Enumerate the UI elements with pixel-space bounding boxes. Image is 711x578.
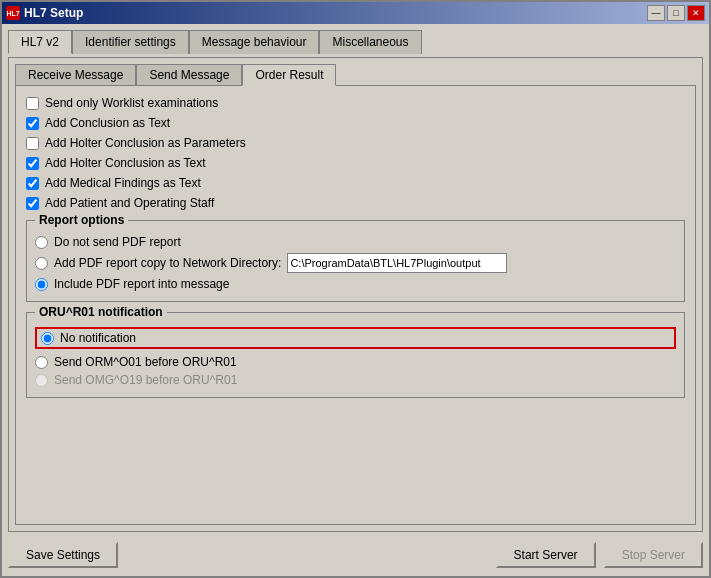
radio-row-send-orm: Send ORM^O01 before ORU^R01	[35, 353, 676, 371]
maximize-button[interactable]: □	[667, 5, 685, 21]
radio-row-add-pdf-network: Add PDF report copy to Network Directory…	[35, 251, 676, 275]
checkbox-label-send-worklist: Send only Worklist examinations	[45, 96, 218, 110]
title-bar: HL7 HL7 Setup — □ ✕	[2, 2, 709, 24]
radio-label-send-omg: Send OMG^O19 before ORU^R01	[54, 373, 237, 387]
checkbox-row-6: Add Patient and Operating Staff	[26, 196, 685, 210]
inner-tabs: Receive Message Send Message Order Resul…	[15, 64, 696, 86]
close-button[interactable]: ✕	[687, 5, 705, 21]
checkbox-label-holter-text: Add Holter Conclusion as Text	[45, 156, 206, 170]
radio-row-include-pdf: Include PDF report into message	[35, 275, 676, 293]
app-icon: HL7	[6, 6, 20, 20]
radio-row-no-notification: No notification	[35, 327, 676, 349]
tab-identifier[interactable]: Identifier settings	[72, 30, 189, 54]
checkbox-row-1: Send only Worklist examinations	[26, 96, 685, 110]
radio-row-no-pdf: Do not send PDF report	[35, 233, 676, 251]
radio-label-no-notification: No notification	[60, 331, 136, 345]
checkbox-add-holter-text[interactable]	[26, 157, 39, 170]
checkbox-send-worklist[interactable]	[26, 97, 39, 110]
radio-label-send-orm: Send ORM^O01 before ORU^R01	[54, 355, 237, 369]
stop-server-button[interactable]: Stop Server	[604, 542, 703, 568]
window-body: HL7 v2 Identifier settings Message behav…	[2, 24, 709, 576]
checkbox-row-5: Add Medical Findings as Text	[26, 176, 685, 190]
tab-receive[interactable]: Receive Message	[15, 64, 136, 86]
radio-row-send-omg: Send OMG^O19 before ORU^R01	[35, 371, 676, 389]
checkbox-row-4: Add Holter Conclusion as Text	[26, 156, 685, 170]
radio-label-include-pdf: Include PDF report into message	[54, 277, 229, 291]
checkbox-add-medical-findings[interactable]	[26, 177, 39, 190]
report-options-group: Report options Do not send PDF report Ad…	[26, 220, 685, 302]
radio-send-omg[interactable]	[35, 374, 48, 387]
radio-send-orm[interactable]	[35, 356, 48, 369]
window-title: HL7 Setup	[24, 6, 83, 20]
oru-notification-title: ORU^R01 notification	[35, 305, 167, 319]
inner-tab-content: Send only Worklist examinations Add Conc…	[15, 85, 696, 525]
footer: Save Settings Start Server Stop Server	[8, 536, 703, 570]
checkbox-add-patient-staff[interactable]	[26, 197, 39, 210]
radio-label-no-pdf: Do not send PDF report	[54, 235, 181, 249]
radio-no-pdf[interactable]	[35, 236, 48, 249]
title-buttons: — □ ✕	[647, 5, 705, 21]
title-bar-left: HL7 HL7 Setup	[6, 6, 83, 20]
tab-send[interactable]: Send Message	[136, 64, 242, 86]
checkbox-label-patient-staff: Add Patient and Operating Staff	[45, 196, 214, 210]
oru-notification-group: ORU^R01 notification No notification Sen…	[26, 312, 685, 398]
checkbox-add-holter-params[interactable]	[26, 137, 39, 150]
top-tabs: HL7 v2 Identifier settings Message behav…	[8, 30, 703, 54]
start-server-button[interactable]: Start Server	[496, 542, 596, 568]
radio-add-pdf-network[interactable]	[35, 257, 48, 270]
radio-no-notification[interactable]	[41, 332, 54, 345]
tab-message[interactable]: Message behaviour	[189, 30, 320, 54]
report-options-title: Report options	[35, 213, 128, 227]
checkbox-row-2: Add Conclusion as Text	[26, 116, 685, 130]
tab-hl7v2[interactable]: HL7 v2	[8, 30, 72, 54]
minimize-button[interactable]: —	[647, 5, 665, 21]
tab-misc[interactable]: Miscellaneous	[319, 30, 421, 54]
tab-order-result[interactable]: Order Result	[242, 64, 336, 86]
checkbox-label-conclusion-text: Add Conclusion as Text	[45, 116, 170, 130]
checkbox-label-holter-params: Add Holter Conclusion as Parameters	[45, 136, 246, 150]
main-window: HL7 HL7 Setup — □ ✕ HL7 v2 Identifier se…	[0, 0, 711, 578]
checkbox-add-conclusion-text[interactable]	[26, 117, 39, 130]
top-tab-content: Receive Message Send Message Order Resul…	[8, 57, 703, 532]
radio-include-pdf[interactable]	[35, 278, 48, 291]
server-buttons: Start Server Stop Server	[496, 542, 703, 568]
checkbox-row-3: Add Holter Conclusion as Parameters	[26, 136, 685, 150]
save-settings-button[interactable]: Save Settings	[8, 542, 118, 568]
network-directory-input[interactable]	[287, 253, 507, 273]
radio-label-add-pdf-network: Add PDF report copy to Network Directory…	[54, 256, 281, 270]
checkbox-label-medical-findings: Add Medical Findings as Text	[45, 176, 201, 190]
